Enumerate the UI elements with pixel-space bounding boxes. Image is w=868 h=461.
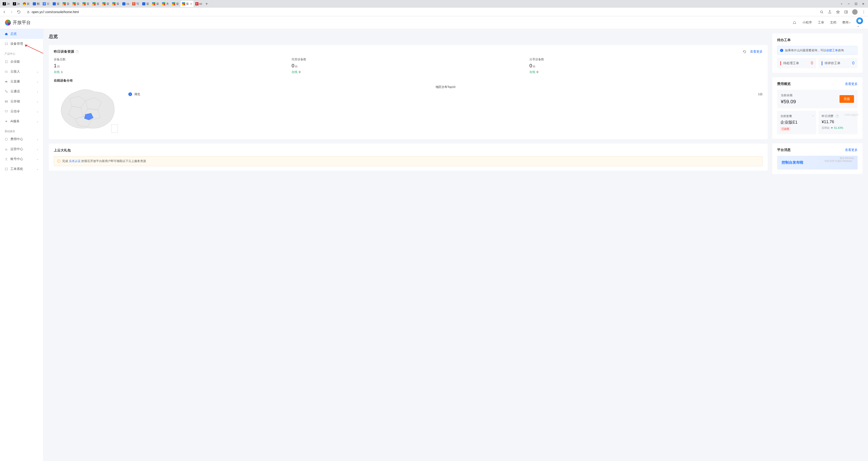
new-tab-button[interactable]: + (204, 2, 209, 6)
browser-tab[interactable]: JJe (1, 1, 11, 7)
sidebar-item-account[interactable]: 账号中心⌄ (0, 154, 43, 164)
card-title: 昨日设备资源 (54, 50, 74, 54)
browser-tab[interactable]: 萤 (91, 1, 101, 7)
over-quota-tag: 已超额 (780, 127, 790, 131)
sidebar-item-ai[interactable]: AI服务⌄ (0, 116, 43, 126)
reload-icon[interactable] (17, 10, 21, 14)
avatar-icon (856, 18, 863, 24)
kebab-menu-icon[interactable] (862, 10, 866, 14)
review-tickets-box[interactable]: 待评价工单0 (818, 58, 858, 68)
close-icon[interactable]: × (190, 2, 192, 6)
browser-tab[interactable]: JJe (11, 1, 21, 7)
profile-avatar-icon[interactable] (852, 9, 858, 15)
chevron-down-icon: ⌄ (36, 110, 39, 113)
zoom-icon[interactable] (819, 10, 824, 14)
svg-rect-16 (112, 124, 118, 133)
platform-message-banner[interactable]: 控制台发布啦 激活 Windows 转到"设置"以激活 Windows。 (777, 156, 858, 170)
browser-tab[interactable]: 萤 (141, 1, 150, 7)
browser-tab[interactable]: cs (121, 1, 130, 7)
svg-point-12 (5, 138, 8, 141)
svg-rect-10 (5, 102, 8, 102)
browser-tab[interactable]: 翻 (31, 1, 41, 7)
maximize-icon[interactable] (855, 2, 858, 5)
browser-tab[interactable]: 萤 (111, 1, 121, 7)
browser-tab[interactable]: 萤 (61, 1, 71, 7)
browser-tab[interactable]: C写 (131, 1, 141, 7)
sidebar-item-cloud-access[interactable]: 云接入⌄ (0, 67, 43, 76)
sidebar-item-cloud-call[interactable]: 云通话⌄ (0, 87, 43, 96)
stat-managed-devices: 托管设备数 0台 在线0 (291, 57, 525, 74)
sidebar-item-enterprise[interactable]: 企业版 (0, 57, 43, 67)
sidebar-item-ticket-system[interactable]: 工单系统⌄ (0, 164, 43, 174)
sidebar-item-overview[interactable]: 总览 (0, 29, 43, 39)
back-icon[interactable] (2, 10, 6, 14)
svg-point-4 (864, 10, 864, 11)
browser-tab[interactable]: 新 (22, 1, 31, 7)
realname-link[interactable]: 实名认证 (69, 159, 81, 163)
minimize-icon[interactable] (847, 2, 850, 5)
svg-rect-14 (5, 168, 7, 170)
sidebar-item-ops-center[interactable]: 运营中心⌄ (0, 144, 43, 154)
side-panel-icon[interactable] (844, 10, 848, 14)
logo[interactable]: 开放平台 (5, 20, 31, 26)
svg-rect-0 (855, 3, 857, 5)
browser-tab[interactable]: 关 (161, 1, 170, 7)
sidebar-item-devices[interactable]: 设备管理 (0, 39, 43, 49)
yen-icon (4, 137, 8, 141)
create-ticket-link[interactable]: 创建工单 (826, 49, 838, 52)
browser-tab[interactable]: 萤 (81, 1, 91, 7)
logo-text: 开放平台 (13, 20, 31, 26)
sidebar-item-cloud-live[interactable]: 云直播⌄ (0, 76, 43, 87)
share-icon[interactable] (828, 10, 832, 14)
sidebar-group-product: 产品中心 (0, 49, 43, 57)
chevron-down-icon: ⌄ (36, 137, 39, 141)
browser-tab[interactable]: 萤 (51, 1, 61, 7)
nav-miniprogram[interactable]: 小程序 (802, 21, 812, 25)
stat-shared-devices: 分享设备数 0台 在线0 (529, 57, 763, 74)
bookmark-star-icon[interactable] (836, 10, 840, 14)
view-more-link[interactable]: 查看更多 (750, 50, 763, 54)
nav-fees[interactable]: 费用 (842, 21, 850, 25)
browser-tab-strip: JJe JJe 新 翻 译百 萤 萤 萤 萤 萤 萤 萤 cs C写 萤 萤 关… (0, 0, 868, 8)
forward-icon[interactable] (9, 10, 13, 14)
nav-ticket[interactable]: 工单 (818, 21, 824, 25)
balance-amount: ¥59.09 (781, 99, 796, 104)
map-section-title: 在线设备分布 (54, 79, 763, 83)
chevron-right-icon: › (813, 114, 813, 117)
warning-icon: ! (57, 159, 60, 163)
browser-tab[interactable]: 萤 (101, 1, 111, 7)
view-more-link[interactable]: 查看更多 (845, 82, 858, 86)
card-todo-tickets: 待办工单 i 如果有什么问题需要咨询，可以创建工单咨询 待处理工单0 待评价工单… (772, 33, 863, 73)
bell-icon[interactable] (793, 21, 797, 25)
svg-point-6 (864, 13, 864, 13)
sidebar: 总览 设备管理 产品中心 企业版 云接入⌄ 云直播⌄ 云通话⌄ (0, 29, 43, 461)
recharge-button[interactable]: 充值 (839, 95, 854, 103)
region-count: 1台 (758, 92, 763, 96)
cloud-icon (4, 80, 8, 83)
svg-point-13 (6, 158, 7, 159)
browser-tab[interactable]: nez (194, 1, 204, 7)
sidebar-item-cloud-storage[interactable]: 云存储⌄ (0, 96, 43, 106)
browser-tab[interactable]: 萤 (71, 1, 81, 7)
sidebar-item-fee-center[interactable]: 费用中心⌄ (0, 134, 43, 144)
help-icon[interactable]: ? (836, 115, 839, 118)
browser-tab[interactable]: 萤 (151, 1, 160, 7)
url-input[interactable]: open.ys7.com/console/home.html (24, 9, 816, 15)
tabs-dropdown-icon[interactable] (840, 2, 843, 5)
pending-tickets-box[interactable]: 待处理工单0 (777, 58, 816, 68)
nav-docs[interactable]: 文档 (830, 21, 836, 25)
user-menu[interactable] (856, 18, 863, 28)
chevron-down-icon: ⌄ (36, 90, 39, 93)
browser-tab[interactable]: 萤 (170, 1, 180, 7)
help-icon[interactable]: ? (75, 50, 79, 53)
chevron-down-icon: ⌄ (36, 120, 39, 123)
cloud-icon (4, 70, 8, 73)
svg-rect-9 (5, 100, 8, 101)
view-more-link[interactable]: 查看更多 (845, 148, 858, 152)
sidebar-item-cloud-signal[interactable]: 云信令⌄ (0, 106, 43, 116)
current-plan-box[interactable]: › 当前套餐 企业版E1 已超额 (777, 111, 816, 134)
browser-tab-active[interactable]: 萤× (181, 1, 193, 7)
refresh-icon[interactable] (743, 50, 746, 54)
browser-tab[interactable]: 译百 (41, 1, 51, 7)
window-close-icon[interactable] (862, 2, 865, 5)
